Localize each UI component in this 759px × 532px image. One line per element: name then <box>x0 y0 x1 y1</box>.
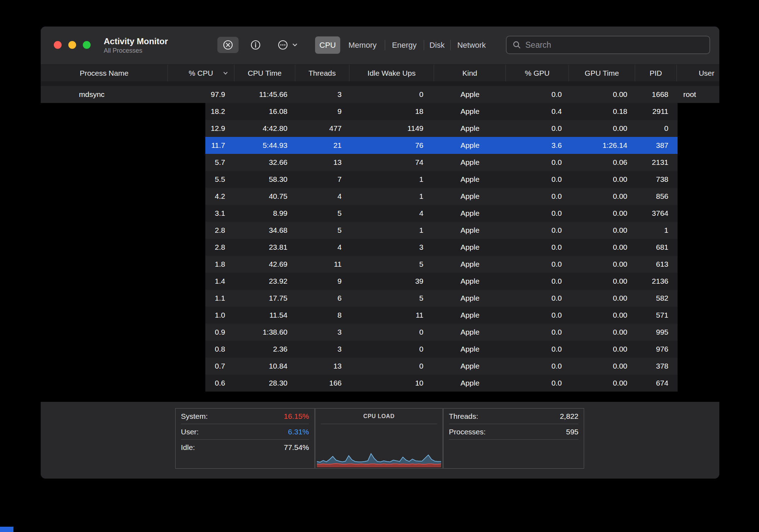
chevron-down-icon <box>292 42 298 48</box>
table-row[interactable]: 12.94:42.804771149Apple0.00.000 <box>205 120 678 137</box>
cell-pid: 2131 <box>635 158 677 167</box>
tab-cpu[interactable]: CPU <box>315 36 340 54</box>
close-button[interactable] <box>54 41 62 49</box>
table-row[interactable]: 2.823.8143Apple0.00.00681 <box>205 239 678 256</box>
table-row[interactable]: 2.834.6851Apple0.00.001 <box>205 222 678 239</box>
cell-kind: Apple <box>434 107 506 116</box>
cell-cpu_time: 23.92 <box>234 277 295 285</box>
table-row[interactable]: 5.732.661374Apple0.00.062131 <box>205 154 678 171</box>
column-header-pid[interactable]: PID <box>635 65 677 81</box>
cell-kind: Apple <box>434 277 506 285</box>
table-row[interactable]: 1.423.92939Apple0.00.002136 <box>205 273 678 290</box>
view-options-button[interactable] <box>272 37 303 53</box>
table-row[interactable]: 0.91:38.6030Apple0.00.00995 <box>205 324 678 341</box>
minimize-button[interactable] <box>68 41 76 49</box>
table-row[interactable]: 0.710.84130Apple0.00.00378 <box>205 358 678 375</box>
cell-pid: 613 <box>635 260 677 268</box>
cell-gpu_time: 0.00 <box>569 277 635 285</box>
column-header-cpu-time[interactable]: CPU Time <box>234 65 295 81</box>
cell-cpu_time: 58.30 <box>234 175 295 184</box>
table-row[interactable]: 1.011.54811Apple0.00.00571 <box>205 307 678 324</box>
cell-idle_wake_ups: 3 <box>349 243 434 251</box>
cell-gpu: 3.6 <box>506 141 569 150</box>
cell-threads: 5 <box>295 226 349 235</box>
column-header-gpu-time[interactable]: GPU Time <box>569 65 635 81</box>
cell-gpu: 0.0 <box>506 124 569 133</box>
table-row[interactable]: mdsync97.911:45.6630Apple0.00.001668root <box>41 86 719 103</box>
cell-cpu: 4.2 <box>205 192 234 201</box>
table-row[interactable]: 3.18.9954Apple0.00.003764 <box>205 205 678 222</box>
cpu-load-chart <box>317 447 441 467</box>
cell-cpu_time: 2.36 <box>234 345 295 353</box>
cell-threads: 9 <box>295 277 349 285</box>
cell-kind: Apple <box>434 294 506 302</box>
table-row[interactable]: 1.842.69115Apple0.00.00613 <box>205 256 678 273</box>
table-row[interactable]: 11.75:44.932176Apple3.61:26.14387 <box>205 137 678 154</box>
tab-energy[interactable]: Energy <box>385 36 424 54</box>
cell-idle_wake_ups: 18 <box>349 107 434 116</box>
cell-gpu: 0.0 <box>506 209 569 218</box>
table-row[interactable]: 0.82.3630Apple0.00.00976 <box>205 341 678 358</box>
table-row[interactable]: 5.558.3071Apple0.00.00738 <box>205 171 678 188</box>
column-header-cpu[interactable]: % CPU <box>168 65 234 81</box>
cell-cpu_time: 16.08 <box>234 107 295 116</box>
column-header-user[interactable]: User <box>677 65 719 81</box>
column-header-gpu[interactable]: % GPU <box>506 65 569 81</box>
search-input[interactable]: Search <box>506 36 710 54</box>
cell-cpu: 0.9 <box>205 328 234 336</box>
cell-kind: Apple <box>434 124 506 133</box>
cell-pid: 1668 <box>635 90 677 99</box>
cell-gpu_time: 0.00 <box>569 379 635 387</box>
cell-cpu_time: 40.75 <box>234 192 295 201</box>
cell-gpu_time: 0.00 <box>569 260 635 268</box>
stat-row-idle: Idle: 77.54% <box>181 440 309 455</box>
title-bar[interactable]: Activity Monitor All Processes <box>41 27 719 64</box>
cell-kind: Apple <box>434 311 506 319</box>
column-header-kind[interactable]: Kind <box>434 65 506 81</box>
cell-idle_wake_ups: 1 <box>349 175 434 184</box>
tab-disk[interactable]: Disk <box>424 36 450 54</box>
process-table-body: mdsync97.911:45.6630Apple0.00.001668root… <box>41 86 719 401</box>
cell-gpu: 0.0 <box>506 226 569 235</box>
inspect-process-button[interactable] <box>245 37 266 53</box>
column-header-threads[interactable]: Threads <box>295 65 349 81</box>
user-label: User: <box>181 428 199 436</box>
cell-kind: Apple <box>434 192 506 201</box>
column-header-idle-wake-ups[interactable]: Idle Wake Ups <box>349 65 434 81</box>
stat-row-user: User: 6.31% <box>181 424 309 440</box>
cell-gpu_time: 0.00 <box>569 345 635 353</box>
desktop-background: { "window": { "title": "Activity Monitor… <box>0 0 759 532</box>
sort-descending-icon <box>222 70 229 77</box>
cell-gpu_time: 0.00 <box>569 362 635 370</box>
cell-gpu_time: 0.00 <box>569 209 635 218</box>
cell-threads: 9 <box>295 107 349 116</box>
cell-gpu: 0.0 <box>506 243 569 251</box>
quit-process-button[interactable] <box>217 37 239 53</box>
column-header-process-name[interactable]: Process Name <box>41 65 168 81</box>
cell-cpu_time: 8.99 <box>234 209 295 218</box>
tab-network[interactable]: Network <box>450 36 493 54</box>
cell-gpu: 0.0 <box>506 277 569 285</box>
cell-cpu_time: 4:42.80 <box>234 124 295 133</box>
cell-kind: Apple <box>434 158 506 167</box>
table-header: Process Name % CPU CPU Time Threads Idle… <box>41 64 719 81</box>
table-row[interactable]: 0.628.3016610Apple0.00.00674 <box>205 375 678 392</box>
table-row[interactable]: 4.240.7541Apple0.00.00856 <box>205 188 678 205</box>
cell-cpu_time: 5:44.93 <box>234 141 295 150</box>
tab-memory[interactable]: Memory <box>340 36 385 54</box>
cell-cpu_time: 11.54 <box>234 311 295 319</box>
zoom-button[interactable] <box>83 41 91 49</box>
cell-threads: 8 <box>295 311 349 319</box>
table-row[interactable]: 1.117.7565Apple0.00.00582 <box>205 290 678 307</box>
cell-idle_wake_ups: 39 <box>349 277 434 285</box>
cell-gpu_time: 0.06 <box>569 158 635 167</box>
cell-pid: 582 <box>635 294 677 302</box>
rows-inner: 18.216.08918Apple0.40.18291112.94:42.804… <box>205 103 678 392</box>
cell-gpu: 0.0 <box>506 192 569 201</box>
cell-cpu: 2.8 <box>205 243 234 251</box>
cell-kind: Apple <box>434 243 506 251</box>
table-row[interactable]: 18.216.08918Apple0.40.182911 <box>205 103 678 120</box>
cell-idle_wake_ups: 11 <box>349 311 434 319</box>
cell-pid: 681 <box>635 243 677 251</box>
rows-visible-region: 18.216.08918Apple0.40.18291112.94:42.804… <box>205 103 678 392</box>
